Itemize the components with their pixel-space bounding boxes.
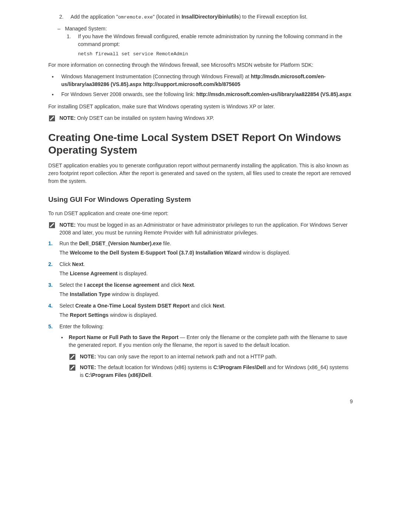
text: . xyxy=(194,282,195,288)
text: The xyxy=(59,291,70,297)
text: Enter the following: xyxy=(59,324,104,329)
text: window is displayed. xyxy=(110,291,159,297)
path-text: C:\Program Files (x86)\Dell xyxy=(85,372,151,378)
paragraph: DSET application enables you to generate… xyxy=(48,162,353,185)
text: For Windows Server 2008 onwards, see the… xyxy=(61,91,196,97)
note-block: NOTE: The default location for Windows (… xyxy=(69,364,353,379)
step-item: Select the I accept the license agreemen… xyxy=(48,281,353,298)
text: ) to the Firewall exception list. xyxy=(239,14,307,20)
list-item: Windows Management Instrumentation (Conn… xyxy=(58,73,353,88)
text: Windows Management Instrumentation (Conn… xyxy=(61,73,251,79)
text: " (located in xyxy=(153,14,182,20)
note-pencil-icon xyxy=(48,115,56,122)
button-name: Next xyxy=(213,303,224,309)
filename-text: Dell_DSET_(Version Number).exe xyxy=(79,240,162,246)
text: . xyxy=(224,303,225,309)
paragraph: To run DSET application and create one-t… xyxy=(48,210,353,217)
url-text: http://msdn.microsoft.com/en-us/library/… xyxy=(196,91,351,97)
continuation-ordered-list: Add the application "omremote.exe" (loca… xyxy=(65,13,353,21)
note-text: NOTE: You can only save the report to an… xyxy=(80,353,277,361)
text: Click xyxy=(59,261,72,267)
window-name: Report Settings xyxy=(70,312,108,318)
list-item: Report Name or Full Path to Save the Rep… xyxy=(67,334,353,379)
text: is displayed. xyxy=(118,270,148,276)
link-bullet-list: Windows Management Instrumentation (Conn… xyxy=(58,73,353,98)
command-code: netsh firewall set service RemoteAdmin xyxy=(78,51,188,57)
text: . xyxy=(84,261,85,267)
text: file. xyxy=(162,240,171,246)
note-label: NOTE: xyxy=(80,354,97,359)
step-subtext: The Welcome to the Dell System E-Support… xyxy=(59,249,353,257)
steps-ordered-list: Run the Dell_DSET_(Version Number).exe f… xyxy=(48,240,353,379)
nested-ordered-list: If you have the Windows firewall configu… xyxy=(72,33,353,58)
page-title: Creating One-time Local System DSET Repo… xyxy=(48,131,353,156)
text: The xyxy=(59,312,70,318)
note-label: NOTE: xyxy=(59,115,77,121)
note-text: NOTE: You must be logged in as an Admini… xyxy=(59,221,353,237)
window-name: Installation Type xyxy=(70,291,110,297)
text: and click xyxy=(159,282,182,288)
page-number: 9 xyxy=(48,398,353,405)
code-text: omremote.exe xyxy=(118,14,153,20)
text: Only DSET can be installed on system hav… xyxy=(77,115,214,121)
note-pencil-icon xyxy=(48,221,56,229)
window-name: License Agreement xyxy=(70,270,118,276)
step-item: Run the Dell_DSET_(Version Number).exe f… xyxy=(48,240,353,257)
path-text: InsallDirectory\bin\utils xyxy=(182,14,239,20)
note-text: NOTE: The default location for Windows (… xyxy=(80,364,353,379)
button-name: Next xyxy=(183,282,194,288)
text: Select xyxy=(59,303,75,309)
note-pencil-icon xyxy=(69,353,76,361)
text: . xyxy=(151,372,153,378)
paragraph: For installing DSET application, make su… xyxy=(48,103,353,111)
section-heading: Using GUI For Windows Operating System xyxy=(48,194,353,205)
text: You can only save the report to an inter… xyxy=(97,354,277,359)
text: window is displayed. xyxy=(241,250,290,256)
list-item: Managed System: If you have the Windows … xyxy=(58,25,353,58)
step-subtext: The License Agreement is displayed. xyxy=(59,270,353,278)
note-label: NOTE: xyxy=(80,364,97,370)
text: window is displayed. xyxy=(108,312,157,318)
note-text: NOTE: Only DSET can be installed on syst… xyxy=(59,114,214,122)
option-name: Create a One-Time Local System DSET Repo… xyxy=(75,303,190,309)
note-block: NOTE: Only DSET can be installed on syst… xyxy=(48,114,353,122)
note-block: NOTE: You can only save the report to an… xyxy=(69,353,353,361)
path-text: C:\Program Files\Dell xyxy=(213,364,266,370)
step-subtext: The Report Settings window is displayed. xyxy=(59,311,353,319)
text: The xyxy=(59,250,70,256)
inner-bullet-list: Report Name or Full Path to Save the Rep… xyxy=(67,334,353,379)
paragraph: For more information on connecting throu… xyxy=(48,61,353,69)
step-item: Enter the following: Report Name or Full… xyxy=(48,323,353,379)
step-item: Select Create a One-Time Local System DS… xyxy=(48,302,353,319)
dash-list: Managed System: If you have the Windows … xyxy=(58,25,353,58)
field-name: Report Name or Full Path to Save the Rep… xyxy=(69,334,180,340)
list-item: If you have the Windows firewall configu… xyxy=(72,33,353,58)
text: and click xyxy=(190,303,213,309)
text: The default location for Windows (x86) s… xyxy=(97,364,213,370)
text: You must be logged in as an Administrato… xyxy=(59,222,348,236)
note-block: NOTE: You must be logged in as an Admini… xyxy=(48,221,353,237)
list-header: Managed System: xyxy=(65,26,107,32)
step-subtext: The Installation Type window is displaye… xyxy=(59,290,353,298)
option-name: I accept the license agreement xyxy=(84,282,159,288)
window-name: Welcome to the Dell System E-Support Too… xyxy=(70,250,241,256)
text: The xyxy=(59,270,70,276)
text: Run the xyxy=(59,240,79,246)
list-item: For Windows Server 2008 onwards, see the… xyxy=(58,91,353,98)
note-pencil-icon xyxy=(69,364,76,371)
list-item: Add the application "omremote.exe" (loca… xyxy=(65,13,353,21)
text: If you have the Windows firewall configu… xyxy=(78,33,342,47)
step-item: Click Next. The License Agreement is dis… xyxy=(48,260,353,278)
text: Select the xyxy=(59,282,84,288)
text: Add the application " xyxy=(71,14,118,20)
button-name: Next xyxy=(72,261,83,267)
note-label: NOTE: xyxy=(59,222,77,228)
